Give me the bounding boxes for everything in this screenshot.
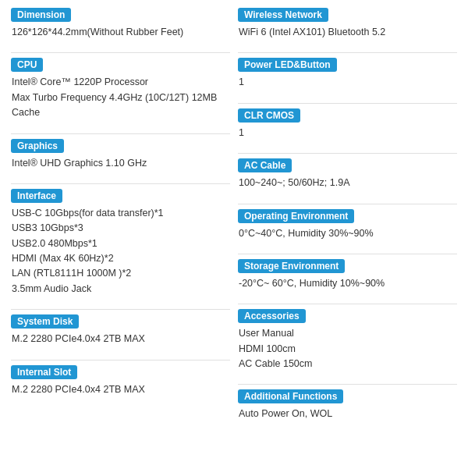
section-label-internal-slot: Internal Slot <box>11 365 77 379</box>
section-additional-functions: Additional FunctionsAuto Power On, WOL <box>238 389 457 421</box>
section-label-system-disk: System Disk <box>11 314 79 329</box>
divider <box>238 52 457 53</box>
section-label-cpu: CPU <box>11 58 43 72</box>
divider <box>11 133 230 134</box>
section-label-graphics: Graphics <box>11 139 64 153</box>
section-dimension: Dimension126*126*44.2mm(Without Rubber F… <box>11 8 230 40</box>
section-storage-environment: Storage Environment-20°C~ 60°C, Humidity… <box>238 259 457 291</box>
section-cpu: CPUIntel® Core™ 1220P ProcessorMax Turbo… <box>11 58 230 120</box>
section-content-wireless-network: WiFi 6 (Intel AX101) Bluetooth 5.2 <box>238 25 457 40</box>
section-content-accessories: User ManualHDMI 100cmAC Cable 150cm <box>238 326 457 371</box>
section-label-ac-cable: AC Cable <box>238 158 292 172</box>
section-interface: InterfaceUSB-C 10Gbps(for data transfer)… <box>11 189 230 297</box>
section-content-additional-functions: Auto Power On, WOL <box>238 407 457 421</box>
section-label-operating-environment: Operating Environment <box>238 209 354 223</box>
section-content-internal-slot: M.2 2280 PCIe4.0x4 2TB MAX <box>11 382 230 397</box>
section-content-ac-cable: 100~240~; 50/60Hz; 1.9A <box>238 176 457 190</box>
section-label-interface: Interface <box>11 189 62 203</box>
section-system-disk: System DiskM.2 2280 PCIe4.0x4 2TB MAX <box>11 314 230 346</box>
section-ac-cable: AC Cable100~240~; 50/60Hz; 1.9A <box>238 158 457 190</box>
right-column: Wireless NetworkWiFi 6 (Intel AX101) Blu… <box>238 8 457 430</box>
section-content-interface: USB-C 10Gbps(for data transfer)*1USB3 10… <box>11 206 230 297</box>
section-content-clr-cmos: 1 <box>238 126 457 140</box>
section-internal-slot: Internal SlotM.2 2280 PCIe4.0x4 2TB MAX <box>11 365 230 397</box>
section-accessories: AccessoriesUser ManualHDMI 100cmAC Cable… <box>238 309 457 371</box>
section-label-power-led-button: Power LED&Button <box>238 58 337 72</box>
section-label-storage-environment: Storage Environment <box>238 259 345 273</box>
section-label-wireless-network: Wireless Network <box>238 8 328 22</box>
section-content-operating-environment: 0°C~40°C, Humidity 30%~90% <box>238 226 457 241</box>
section-wireless-network: Wireless NetworkWiFi 6 (Intel AX101) Blu… <box>238 8 457 40</box>
divider <box>238 204 457 204</box>
section-content-storage-environment: -20°C~ 60°C, Humidity 10%~90% <box>238 276 457 291</box>
section-clr-cmos: CLR CMOS1 <box>238 108 457 140</box>
divider <box>11 183 230 184</box>
section-label-additional-functions: Additional Functions <box>238 389 343 403</box>
divider <box>238 304 457 304</box>
section-label-dimension: Dimension <box>11 8 71 22</box>
section-content-power-led-button: 1 <box>238 75 457 90</box>
divider <box>11 309 230 310</box>
divider <box>238 153 457 154</box>
section-label-clr-cmos: CLR CMOS <box>238 108 300 123</box>
section-content-graphics: Intel® UHD Graphics 1.10 GHz <box>11 156 230 171</box>
section-operating-environment: Operating Environment0°C~40°C, Humidity … <box>238 209 457 241</box>
section-graphics: GraphicsIntel® UHD Graphics 1.10 GHz <box>11 139 230 171</box>
section-content-system-disk: M.2 2280 PCIe4.0x4 2TB MAX <box>11 332 230 346</box>
divider <box>238 384 457 385</box>
specs-grid: Dimension126*126*44.2mm(Without Rubber F… <box>11 8 457 430</box>
section-power-led-button: Power LED&Button1 <box>238 58 457 90</box>
section-label-accessories: Accessories <box>238 309 306 323</box>
divider <box>11 360 230 361</box>
divider <box>238 254 457 254</box>
divider <box>238 103 457 104</box>
left-column: Dimension126*126*44.2mm(Without Rubber F… <box>11 8 230 430</box>
section-content-dimension: 126*126*44.2mm(Without Rubber Feet) <box>11 25 230 40</box>
divider <box>11 52 230 53</box>
section-content-cpu: Intel® Core™ 1220P ProcessorMax Turbo Fr… <box>11 75 230 120</box>
